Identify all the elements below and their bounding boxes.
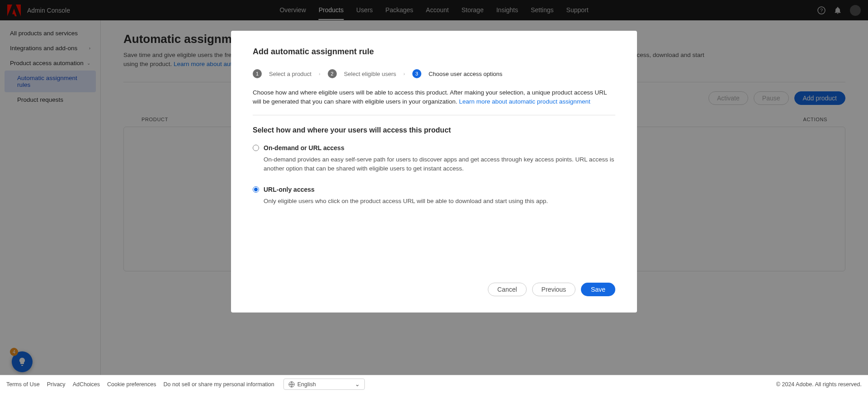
step-label-2: Select eligible users <box>344 71 396 77</box>
radio-ondemand[interactable] <box>253 145 259 151</box>
modal-add-rule: Add automatic assignment rule 1 Select a… <box>231 31 637 313</box>
save-button[interactable]: Save <box>581 283 615 296</box>
modal-title: Add automatic assignment rule <box>253 47 615 57</box>
modal-learn-more-link[interactable]: Learn more about automatic product assig… <box>459 98 590 105</box>
footer-link-donotsell[interactable]: Do not sell or share my personal informa… <box>163 381 274 388</box>
modal-backdrop: Add automatic assignment rule 1 Select a… <box>0 0 868 393</box>
previous-button[interactable]: Previous <box>532 283 576 296</box>
footer-link-terms[interactable]: Terms of Use <box>6 381 40 388</box>
globe-icon <box>288 381 295 388</box>
step-num-3: 3 <box>412 69 421 78</box>
footer-link-adchoices[interactable]: AdChoices <box>73 381 100 388</box>
footer-left: Terms of Use Privacy AdChoices Cookie pr… <box>6 379 365 390</box>
stepper: 1 Select a product › 2 Select eligible u… <box>253 69 615 78</box>
radio-body-ondemand: On-demand provides an easy self-serve pa… <box>253 155 615 174</box>
language-select[interactable]: English ⌄ <box>283 379 365 390</box>
footer-link-cookie[interactable]: Cookie preferences <box>107 381 156 388</box>
modal-footer: Cancel Previous Save <box>253 283 615 296</box>
step-label-3: Choose user access options <box>429 71 502 77</box>
chevron-right-icon: › <box>403 71 405 76</box>
modal-section-heading: Select how and where your users will acc… <box>253 126 615 134</box>
radio-option-urlonly[interactable]: URL-only access Only eligible users who … <box>253 186 615 206</box>
modal-divider <box>253 115 615 115</box>
step-num-1: 1 <box>253 69 262 78</box>
footer-link-privacy[interactable]: Privacy <box>47 381 66 388</box>
chevron-right-icon: › <box>319 71 321 76</box>
step-num-2: 2 <box>328 69 337 78</box>
step-label-1: Select a product <box>269 71 311 77</box>
cancel-button[interactable]: Cancel <box>488 283 527 296</box>
radio-body-urlonly: Only eligible users who click on the pro… <box>253 197 615 206</box>
modal-description: Choose how and where eligible users will… <box>253 88 615 107</box>
radio-title-urlonly: URL-only access <box>264 186 315 193</box>
radio-urlonly[interactable] <box>253 186 259 193</box>
footer-copyright: © 2024 Adobe. All rights reserved. <box>776 381 862 388</box>
radio-title-ondemand: On-demand or URL access <box>264 144 344 152</box>
radio-option-ondemand[interactable]: On-demand or URL access On-demand provid… <box>253 144 615 174</box>
chevron-down-icon: ⌄ <box>355 381 360 388</box>
footer: Terms of Use Privacy AdChoices Cookie pr… <box>0 375 868 393</box>
language-value: English <box>297 381 316 388</box>
